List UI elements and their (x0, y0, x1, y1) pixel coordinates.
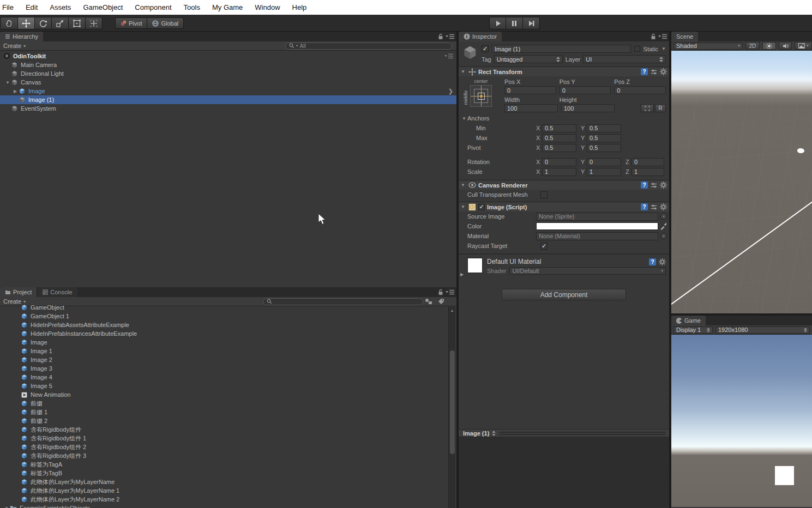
audio-toggle-button[interactable] (779, 42, 792, 50)
pivot-y-field[interactable]: 0.5 (587, 144, 621, 152)
tab-scene[interactable]: Scene (671, 32, 698, 41)
panel-menu-icon[interactable] (446, 289, 454, 295)
pause-button[interactable] (506, 17, 523, 29)
tab-inspector[interactable]: Inspector (459, 32, 502, 41)
rotation-y-field[interactable]: 0 (587, 158, 621, 166)
hierarchy-item[interactable]: Directional Light ❯ (0, 69, 456, 78)
menu-item[interactable]: Assets (44, 0, 77, 15)
anchor-min-x-field[interactable]: 0.5 (542, 124, 576, 132)
project-item[interactable]: 此物体的Layer为MyLayerName 2 (0, 495, 456, 504)
hierarchy-search-input[interactable]: ▾ All (285, 43, 452, 50)
height-field[interactable]: 100 (561, 104, 615, 112)
width-field[interactable]: 100 (504, 104, 558, 112)
fold-arrow-icon[interactable]: ▼ (461, 204, 466, 209)
menu-item[interactable]: Edit (20, 0, 44, 15)
scene-menu-icon[interactable] (444, 53, 453, 59)
project-item[interactable]: Image (0, 338, 456, 347)
tool-button[interactable] (52, 17, 69, 29)
static-checkbox[interactable] (634, 46, 640, 52)
pivot-button[interactable]: Pivot (115, 17, 147, 29)
help-icon[interactable]: ? (641, 68, 648, 75)
anchors-foldout[interactable]: ▼ Anchors (459, 113, 669, 123)
tab-console[interactable]: Console (38, 287, 77, 297)
scene-header-row[interactable]: OdinToolkit (0, 51, 456, 61)
project-item[interactable]: 此物体的Layer为MyLayerName (0, 477, 456, 486)
material-field[interactable]: None (Material) (536, 232, 658, 240)
static-dropdown-icon[interactable]: ▼ (661, 46, 666, 51)
project-item[interactable]: HideInPrefabInstancesAttributeExample (0, 329, 456, 338)
tool-button[interactable] (86, 17, 103, 29)
help-icon[interactable]: ? (641, 203, 648, 210)
prefab-chevron-icon[interactable]: ❯ (448, 88, 453, 95)
project-item[interactable]: ▼ ExampleScriptableObjects (0, 504, 456, 508)
project-item[interactable]: Image 4 (0, 373, 456, 382)
anchor-max-y-field[interactable]: 0.5 (587, 134, 621, 142)
material-thumbnail[interactable] (467, 258, 483, 273)
menu-item[interactable]: Help (286, 0, 313, 15)
project-item[interactable]: New Animation (0, 390, 456, 399)
lock-icon[interactable] (651, 33, 656, 40)
object-name-field[interactable]: Image (1) (492, 45, 631, 53)
lock-icon[interactable] (438, 33, 443, 40)
scale-y-field[interactable]: 1 (587, 168, 621, 176)
lock-icon[interactable] (438, 289, 443, 295)
fold-arrow-icon[interactable]: ▼ (3, 506, 10, 508)
project-item[interactable]: 标签为TagB (0, 469, 456, 477)
tag-dropdown[interactable]: Untagged (494, 55, 563, 63)
project-item[interactable]: 前缀 2 (0, 416, 456, 425)
menu-item[interactable]: Tools (178, 0, 206, 15)
gear-icon[interactable] (660, 203, 667, 210)
project-item[interactable]: 含有Rigidbody组件 3 (0, 451, 456, 460)
shading-mode-dropdown[interactable]: Shaded ▾ (673, 43, 743, 50)
shader-dropdown[interactable]: UI/Default ▾ (509, 267, 666, 275)
rect-transform-header[interactable]: ▼ Rect Transform ? (459, 66, 669, 76)
scroll-up-icon[interactable]: ▲ (449, 307, 455, 313)
tool-button[interactable] (1, 17, 18, 29)
scene-viewport[interactable] (671, 51, 812, 313)
material-foldout-arrow-icon[interactable]: ▶ (460, 272, 464, 277)
fold-arrow-icon[interactable]: ▶ (12, 89, 19, 94)
pos-x-field[interactable]: 0 (504, 86, 556, 94)
menu-item[interactable]: My Game (206, 0, 249, 15)
pos-y-field[interactable]: 0 (560, 86, 611, 94)
anchor-max-x-field[interactable]: 0.5 (542, 134, 576, 142)
rotation-x-field[interactable]: 0 (542, 158, 576, 166)
hierarchy-item[interactable]: EventSystem ❯ (0, 104, 456, 113)
pivot-x-field[interactable]: 0.5 (542, 144, 576, 152)
help-icon[interactable]: ? (649, 258, 656, 265)
menu-item[interactable]: Component (129, 0, 177, 15)
resolution-dropdown[interactable]: 1920x1080 (715, 326, 810, 334)
canvas-renderer-header[interactable]: ▼ Canvas Renderer ? (459, 180, 669, 190)
project-item[interactable]: Image 3 (0, 364, 456, 373)
gear-icon[interactable] (660, 182, 667, 189)
scale-x-field[interactable]: 1 (542, 168, 576, 176)
effects-toggle-button[interactable]: ▾ (795, 42, 812, 50)
preset-icon[interactable] (651, 182, 657, 189)
preset-icon[interactable] (651, 204, 657, 210)
active-checkbox[interactable]: ✓ (482, 45, 489, 52)
anchor-preset-widget[interactable] (470, 85, 492, 107)
menu-item[interactable]: File (0, 0, 20, 15)
hierarchy-create-button[interactable]: Create ▾ (0, 43, 29, 49)
fold-arrow-icon[interactable]: ▼ (461, 69, 466, 74)
global-button[interactable]: Global (147, 17, 184, 29)
preset-icon[interactable] (651, 69, 657, 75)
tab-project[interactable]: Project (0, 287, 37, 297)
hierarchy-item[interactable]: Image (1) ❯ (0, 95, 456, 104)
hierarchy-item[interactable]: ▼ Canvas ❯ (0, 78, 456, 87)
tab-game[interactable]: Game (671, 316, 706, 325)
project-item[interactable]: 含有Rigidbody组件 (0, 425, 456, 434)
menu-item[interactable]: Window (249, 0, 286, 15)
project-item[interactable]: GameObject 1 (0, 312, 456, 320)
project-item[interactable]: 前缀 1 (0, 408, 456, 416)
game-viewport[interactable] (671, 335, 812, 507)
preview-resize-bar[interactable]: Image (1) (459, 429, 669, 437)
object-picker-icon[interactable] (660, 213, 667, 220)
help-icon[interactable]: ? (641, 182, 648, 189)
gear-icon[interactable] (660, 68, 667, 75)
scrollbar-thumb[interactable] (450, 350, 455, 454)
scale-z-field[interactable]: 1 (631, 168, 664, 176)
image-script-header[interactable]: ▼ ✓ Image (Script) ? (459, 202, 669, 211)
project-item[interactable]: 前缀 (0, 399, 456, 408)
panel-menu-icon[interactable] (446, 34, 454, 39)
